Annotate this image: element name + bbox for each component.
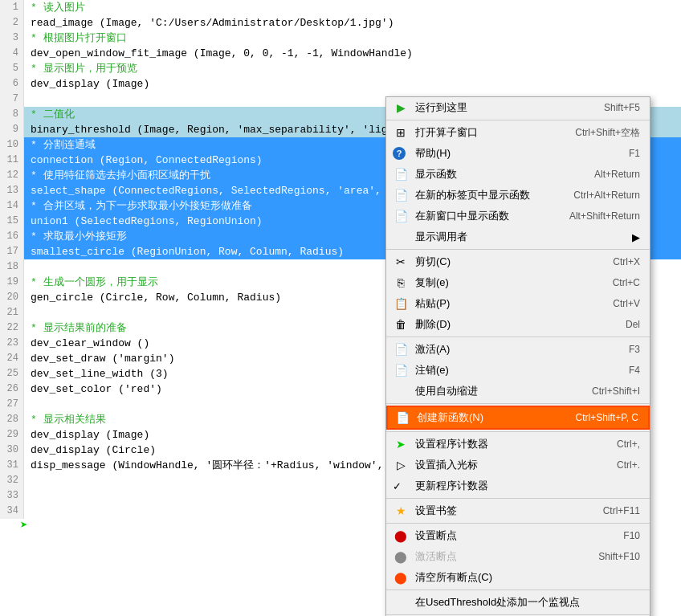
code-line-1: 1 * 读入图片: [0, 0, 681, 15]
line-number: 11: [0, 153, 24, 168]
menu-shortcut: Ctrl+V: [597, 298, 640, 309]
menu-shortcut: Del: [610, 319, 640, 330]
line-number: 1: [0, 0, 24, 15]
line-content: dev_display (Image): [24, 76, 681, 92]
menu-shortcut: F1: [613, 148, 640, 159]
line-content: dev_open_window_fit_image (Image, 0, 0, …: [24, 46, 681, 61]
menu-shortcut: Ctrl+F11: [587, 505, 640, 516]
line-number: 30: [0, 443, 24, 458]
menu-item-open-subwindow[interactable]: ⊞ 打开算子窗口 Ctrl+Shift+空格: [386, 122, 650, 143]
menu-separator: [386, 120, 650, 120]
code-line-6: 6 dev_display (Image): [0, 76, 681, 92]
menu-label: 设置程序计数器: [415, 437, 488, 451]
line-number: 29: [0, 427, 24, 443]
cut-icon: ✂: [393, 255, 409, 268]
line-number: 20: [0, 290, 24, 305]
line-number: 24: [0, 351, 24, 366]
menu-shortcut: Ctrl+X: [597, 256, 640, 267]
menu-item-help[interactable]: ? 帮助(H) F1: [386, 143, 650, 164]
line-number: 3: [0, 31, 24, 46]
menu-label: 粘贴(P): [415, 296, 450, 311]
menu-separator: [386, 403, 650, 404]
line-number: 31: [0, 458, 24, 473]
menu-shortcut: Ctrl+Shift+P, C: [560, 412, 638, 423]
line-number: 6: [0, 76, 24, 92]
line-number: 2: [0, 15, 24, 31]
submenu-arrow-icon: ▶: [624, 231, 640, 243]
window-icon: ⊞: [393, 126, 409, 139]
orange-circle-icon: ⬤: [393, 571, 409, 584]
program-counter-arrow: ➤: [20, 519, 28, 534]
star-icon: ★: [393, 504, 409, 517]
menu-item-clear-breakpoints[interactable]: ⬤ 清空所有断点(C): [386, 567, 650, 588]
menu-separator: [386, 431, 650, 432]
menu-item-set-breakpoint[interactable]: ⬤ 设置断点 F10: [386, 525, 650, 546]
doc-newtab-icon: 📄: [393, 189, 409, 202]
menu-label: 显示调用者: [415, 230, 467, 244]
menu-item-set-cursor[interactable]: ▷ 设置插入光标 Ctrl+.: [386, 455, 650, 475]
menu-item-paste[interactable]: 📋 粘贴(P) Ctrl+V: [386, 293, 650, 314]
line-number: 23: [0, 336, 24, 351]
gray-circle-icon: ⬤: [393, 550, 409, 563]
line-number: 9: [0, 122, 24, 137]
create-func-icon: 📄: [394, 411, 410, 424]
line-number: 12: [0, 168, 24, 183]
line-number: 14: [0, 198, 24, 214]
menu-label: 设置书签: [415, 504, 457, 518]
menu-item-auto-indent[interactable]: 使用自动缩进 Ctrl+Shift+I: [386, 381, 650, 402]
set-counter-icon: ➤: [393, 438, 409, 451]
menu-item-add-watchpoint[interactable]: 在UsedThreshold处添加一个监视点: [386, 592, 650, 613]
menu-shortcut: Ctrl+C: [597, 277, 640, 288]
context-menu: ▶ 运行到这里 Shift+F5 ⊞ 打开算子窗口 Ctrl+Shift+空格 …: [385, 96, 650, 616]
menu-label: 在新窗口中显示函数: [415, 209, 509, 223]
menu-item-show-func[interactable]: 📄 显示函数 Alt+Return: [386, 164, 650, 185]
line-number: 17: [0, 244, 24, 259]
line-number: 26: [0, 381, 24, 397]
menu-item-run-here[interactable]: ▶ 运行到这里 Shift+F5: [386, 97, 650, 118]
menu-item-activate-breakpoint[interactable]: ⬤ 激活断点 Shift+F10: [386, 546, 650, 567]
line-number: 19: [0, 275, 24, 290]
menu-shortcut: F4: [613, 365, 640, 376]
menu-label: 帮助(H): [415, 146, 451, 161]
menu-shortcut: Ctrl+Alt+Return: [557, 190, 640, 201]
menu-label: 创建新函数(N): [417, 410, 483, 425]
code-line-3: 3 * 根据图片打开窗口: [0, 31, 681, 46]
line-number: 32: [0, 473, 24, 488]
help-icon: ?: [393, 147, 406, 160]
line-number: 28: [0, 412, 24, 427]
menu-item-show-func-newtab[interactable]: 📄 在新的标签页中显示函数 Ctrl+Alt+Return: [386, 185, 650, 206]
menu-item-cut[interactable]: ✂ 剪切(C) Ctrl+X: [386, 251, 650, 272]
menu-item-set-counter[interactable]: ➤ 设置程序计数器 Ctrl+,: [386, 434, 650, 455]
line-number: 7: [0, 92, 24, 107]
menu-item-set-bookmark[interactable]: ★ 设置书签 Ctrl+F11: [386, 500, 650, 521]
menu-item-show-caller[interactable]: 显示调用者 ▶: [386, 226, 650, 247]
menu-separator: [386, 337, 650, 337]
activate-icon: 📄: [393, 343, 409, 356]
line-number: 18: [0, 259, 24, 275]
menu-item-delete[interactable]: 🗑 删除(D) Del: [386, 314, 650, 335]
menu-shortcut: Ctrl+,: [601, 439, 640, 450]
menu-item-create-func[interactable]: 📄 创建新函数(N) Ctrl+Shift+P, C: [386, 406, 650, 430]
menu-shortcut: Shift+F5: [588, 102, 640, 113]
menu-item-comment[interactable]: 📄 注销(e) F4: [386, 360, 650, 381]
menu-label: 更新程序计数器: [415, 479, 488, 493]
line-number: 16: [0, 229, 24, 244]
menu-item-update-counter[interactable]: ✓ 更新程序计数器: [386, 475, 650, 496]
menu-label: 删除(D): [415, 317, 451, 332]
line-content: read_image (Image, 'C:/Users/Administrat…: [24, 15, 681, 31]
menu-label: 激活断点: [415, 549, 457, 564]
menu-item-copy[interactable]: ⎘ 复制(e) Ctrl+C: [386, 272, 650, 293]
menu-item-activate[interactable]: 📄 激活(A) F3: [386, 339, 650, 360]
line-number: 22: [0, 320, 24, 336]
menu-separator: [386, 614, 650, 615]
menu-separator: [386, 523, 650, 524]
doc-newwin-icon: 📄: [393, 210, 409, 222]
menu-label: 运行到这里: [415, 100, 467, 115]
menu-label: 复制(e): [415, 275, 449, 290]
paste-icon: 📋: [393, 297, 409, 310]
line-number: 21: [0, 305, 24, 320]
menu-label: 设置插入光标: [415, 458, 478, 472]
menu-item-show-func-newwin[interactable]: 📄 在新窗口中显示函数 Alt+Shift+Return: [386, 206, 650, 226]
menu-label: 显示函数: [415, 167, 457, 182]
line-number: 13: [0, 183, 24, 198]
